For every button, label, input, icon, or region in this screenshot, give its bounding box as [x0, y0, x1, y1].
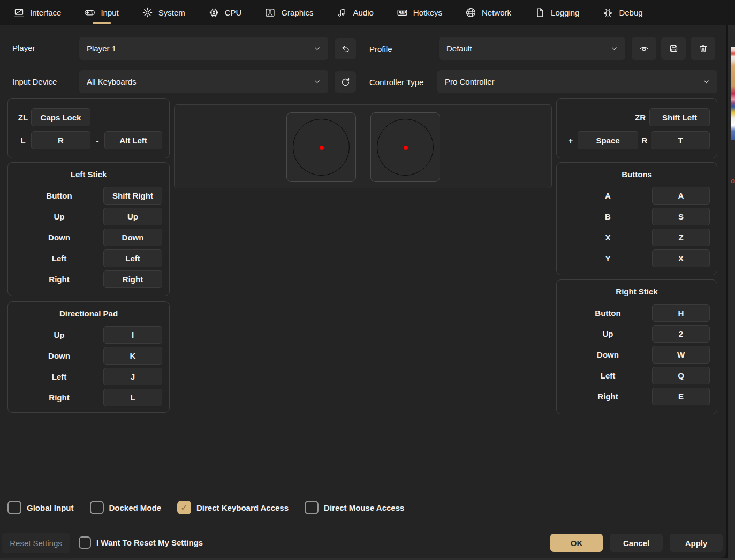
tab-debug[interactable]: Debug	[602, 0, 642, 25]
l-binding-button[interactable]: R	[31, 131, 90, 149]
input-settings-window: { "colors": { "accent": "#d9b87f", "stic…	[0, 0, 735, 560]
tab-label: Input	[101, 8, 118, 17]
settings-tab-bar: Interface Input System CPU Graphics Audi…	[0, 0, 735, 25]
tab-label: Debug	[619, 8, 642, 17]
right-stick-down-binding[interactable]: W	[652, 346, 710, 364]
view-profile-button[interactable]	[632, 37, 656, 60]
tab-label: System	[158, 8, 185, 17]
left-stick-up-binding[interactable]: Up	[103, 208, 162, 225]
cancel-button[interactable]: Cancel	[610, 534, 663, 552]
refresh-devices-button[interactable]	[335, 71, 356, 93]
gear-icon	[142, 7, 153, 18]
row-label: Down	[15, 233, 103, 242]
minus-binding-button[interactable]: Alt Left	[104, 131, 162, 149]
music-note-icon	[336, 7, 347, 18]
button-a-binding[interactable]: A	[652, 187, 710, 205]
right-stick-button-binding[interactable]: H	[652, 304, 710, 322]
left-stick-down-binding[interactable]: Down	[103, 229, 162, 246]
right-stick-title: Right Stick	[557, 287, 717, 297]
plus-binding-button[interactable]: Space	[578, 131, 638, 149]
right-stick-left-binding[interactable]: Q	[652, 367, 710, 384]
left-stick-right-binding[interactable]: Right	[103, 270, 162, 288]
direct-mouse-access-checkbox[interactable]: Direct Mouse Access	[305, 501, 404, 514]
button-b-binding[interactable]: S	[652, 208, 710, 225]
refresh-icon	[340, 77, 351, 87]
tab-interface[interactable]: Interface	[13, 0, 61, 25]
checkbox-box	[90, 501, 104, 514]
zl-label: ZL	[15, 113, 31, 122]
input-settings-dialog: Player Player 1 Profile Default Input De…	[0, 25, 726, 558]
r-label: R	[638, 136, 651, 145]
row-label: B	[564, 212, 652, 221]
controller-type-select[interactable]: Pro Controller	[437, 70, 717, 93]
delete-profile-button[interactable]	[691, 37, 715, 60]
chevron-down-icon	[314, 78, 321, 85]
r-binding-button[interactable]: T	[651, 131, 710, 149]
row-label: Down	[564, 350, 652, 359]
direct-keyboard-access-checkbox[interactable]: Direct Keyboard Access	[177, 501, 289, 514]
row-label: Y	[564, 254, 652, 263]
controller-type-label: Controller Type	[369, 77, 423, 88]
tab-cpu[interactable]: CPU	[208, 0, 242, 25]
undo-icon	[340, 44, 351, 54]
ok-button[interactable]: OK	[550, 534, 603, 552]
save-floppy-icon	[669, 43, 679, 54]
checkbox-box	[305, 501, 319, 514]
player-select[interactable]: Player 1	[79, 37, 328, 60]
player-label: Player	[12, 43, 35, 54]
undo-player-button[interactable]	[335, 38, 356, 59]
global-input-checkbox[interactable]: Global Input	[7, 501, 74, 514]
options-row: Global Input Docked Mode Direct Keyboard…	[7, 501, 404, 514]
gamepad-icon	[84, 7, 95, 18]
right-stick-up-binding[interactable]: 2	[652, 325, 710, 343]
left-stick-left-binding[interactable]: Left	[103, 249, 162, 267]
dpad-up-binding[interactable]: I	[103, 326, 162, 344]
checkbox-box	[177, 501, 191, 514]
tab-input[interactable]: Input	[84, 0, 118, 25]
window-bottom-edge	[0, 558, 735, 560]
bug-icon	[602, 7, 613, 18]
left-stick-position-dot	[320, 146, 324, 150]
tab-graphics[interactable]: Graphics	[264, 0, 313, 25]
left-stick-visualizer	[286, 112, 356, 182]
right-stick-panel: Right Stick ButtonH Up2 DownW LeftQ Righ…	[556, 279, 717, 414]
tab-logging[interactable]: Logging	[534, 0, 579, 25]
profile-select-value: Default	[446, 44, 472, 53]
checkbox-label: Direct Mouse Access	[324, 503, 404, 512]
dpad-panel: Directional Pad UpI DownK LeftJ RightL	[7, 301, 170, 413]
dpad-down-binding[interactable]: K	[103, 347, 162, 365]
left-stick-button-binding[interactable]: Shift Right	[103, 187, 162, 205]
profile-select[interactable]: Default	[439, 37, 625, 60]
tab-hotkeys[interactable]: Hotkeys	[397, 0, 442, 25]
checkbox-box	[79, 536, 91, 549]
row-label: A	[564, 191, 652, 200]
apply-button[interactable]: Apply	[670, 534, 723, 552]
tab-audio[interactable]: Audio	[336, 0, 373, 25]
reset-confirm-checkbox[interactable]: I Want To Reset My Settings	[79, 536, 203, 549]
checkbox-label: Direct Keyboard Access	[196, 503, 289, 512]
docked-mode-checkbox[interactable]: Docked Mode	[90, 501, 162, 514]
tab-system[interactable]: System	[142, 0, 185, 25]
button-x-binding[interactable]: Z	[652, 229, 710, 246]
buttons-panel: Buttons AA BS XZ YX	[556, 162, 717, 275]
zl-binding-button[interactable]: Caps Lock	[31, 108, 90, 126]
tab-label: Hotkeys	[413, 8, 442, 17]
dpad-right-binding[interactable]: L	[103, 389, 162, 406]
input-device-select[interactable]: All Keyboards	[79, 70, 328, 93]
save-profile-button[interactable]	[661, 37, 686, 60]
row-label: Right	[15, 275, 103, 284]
zr-binding-button[interactable]: Shift Left	[649, 108, 710, 126]
document-icon	[534, 7, 545, 18]
checkbox-box	[7, 501, 21, 514]
dpad-left-binding[interactable]: J	[103, 368, 162, 385]
tab-network[interactable]: Network	[465, 0, 511, 25]
background-text-fragment: o	[731, 177, 735, 185]
button-y-binding[interactable]: X	[652, 249, 710, 267]
reset-settings-button[interactable]: Reset Settings	[2, 533, 70, 553]
tab-label: Logging	[551, 8, 579, 17]
row-label: Down	[15, 351, 103, 360]
chevron-down-icon	[314, 45, 321, 52]
l-label: L	[15, 136, 31, 145]
right-stick-right-binding[interactable]: E	[652, 388, 710, 405]
row-label: Left	[15, 254, 103, 263]
